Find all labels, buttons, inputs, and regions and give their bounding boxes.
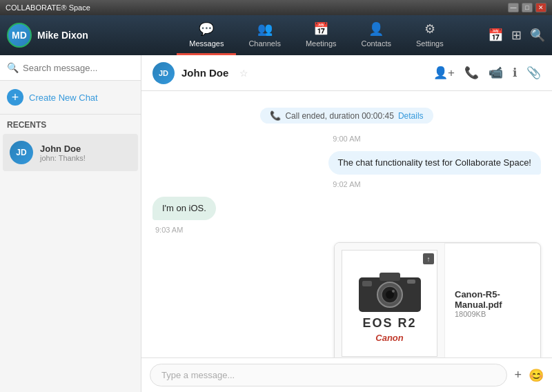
svg-rect-1 [379,273,400,281]
avatar: MD [7,23,32,48]
emoji-icon[interactable]: 😊 [529,368,544,383]
nav-logo-area: MD Mike Dixon [7,23,145,48]
message-bubble: The chat functionality test for Collabor… [328,151,541,175]
plus-icon: + [7,89,23,106]
call-ended-text: Call ended, duration 00:00:45 [285,111,393,121]
sidebar-item-john-doe[interactable]: JD John Doe john: Thanks! [3,134,138,171]
attachment-row: ↑ [152,242,541,357]
phone-icon[interactable]: 📞 [464,66,479,80]
tab-messages[interactable]: 💬 Messages [177,15,236,55]
nav-tabs: 💬 Messages 👥 Channels 📅 Meetings 👤 Conta… [145,15,488,55]
chat-header-name: John Doe [181,67,228,79]
chat-area: JD John Doe ☆ 👤+ 📞 📹 ℹ 📎 📞 Call ended, d… [141,55,552,392]
tab-messages-label: Messages [189,39,224,48]
info-icon[interactable]: ℹ [513,66,517,80]
nav-right-icons: 📅 ⊞ 🔍 [488,28,545,43]
search-box[interactable]: 🔍 [0,55,141,81]
settings-icon: ⚙ [424,21,435,37]
add-attachment-icon[interactable]: + [514,368,522,382]
tab-settings[interactable]: ⚙ Settings [404,15,456,55]
contacts-icon: 👤 [368,21,384,37]
app-title: COLLABORATE® Space [6,3,90,12]
tab-channels-label: Channels [248,39,280,48]
system-call-message: 📞 Call ended, duration 00:00:45 Details [152,108,541,124]
contact-preview: john: Thanks! [40,154,86,162]
call-icon: 📞 [270,110,281,121]
video-icon[interactable]: 📹 [489,66,503,80]
input-area: + 😊 [141,357,552,392]
messages-container: 📞 Call ended, duration 00:00:45 Details … [141,91,552,357]
maximize-button[interactable]: □ [522,3,533,12]
grid-icon[interactable]: ⊞ [511,28,522,43]
chat-header: JD John Doe ☆ 👤+ 📞 📹 ℹ 📎 [141,55,552,91]
messages-icon: 💬 [199,21,214,37]
message-row: The chat functionality test for Collabor… [152,151,541,175]
search-icon[interactable]: 🔍 [530,28,545,43]
camera-svg [355,264,424,319]
add-user-icon[interactable]: 👤+ [433,66,455,80]
tab-meetings[interactable]: 📅 Meetings [293,15,349,55]
create-new-chat-button[interactable]: + Create New Chat [0,81,141,115]
pdf-filename: Canon-R5-Manual.pdf [455,289,531,310]
tab-contacts[interactable]: 👤 Contacts [349,15,404,55]
minimize-button[interactable]: — [508,3,519,12]
svg-rect-7 [407,280,415,284]
main-layout: 🔍 + Create New Chat Recents JD John Doe … [0,55,552,392]
chat-header-left: JD John Doe ☆ [152,62,248,84]
chat-header-actions: 👤+ 📞 📹 ℹ 📎 [433,66,541,80]
message-input[interactable] [150,364,507,386]
close-button[interactable]: ✕ [535,3,546,12]
tab-channels[interactable]: 👥 Channels [236,15,293,55]
tab-contacts-label: Contacts [362,39,391,48]
message-row: I'm on iOS. [152,197,541,220]
svg-point-5 [392,290,395,293]
msg-time-2: 9:03 AM [152,226,541,234]
call-ended-bubble: 📞 Call ended, duration 00:00:45 Details [260,108,433,124]
contact-avatar: JD [10,141,33,164]
details-link[interactable]: Details [398,111,424,121]
title-bar: COLLABORATE® Space — □ ✕ [0,0,552,15]
call-time: 9:00 AM [152,135,541,143]
search-icon: 🔍 [7,62,19,73]
attachment-icon[interactable]: 📎 [526,66,541,80]
recents-label: Recents [0,115,141,133]
chat-header-avatar: JD [152,62,175,84]
tab-settings-label: Settings [416,39,444,48]
pdf-filesize: 18009KB [455,310,531,318]
search-input[interactable] [23,63,134,73]
msg-time-1: 9:02 AM [152,180,541,188]
message-bubble: I'm on iOS. [152,197,216,220]
pdf-attachment: ↑ [334,242,541,357]
contact-name: John Doe [40,144,86,154]
calendar-icon[interactable]: 📅 [488,28,503,43]
create-new-chat-label: Create New Chat [29,92,98,103]
contact-info: John Doe john: Thanks! [40,144,86,162]
meetings-icon: 📅 [313,21,328,37]
sidebar: 🔍 + Create New Chat Recents JD John Doe … [0,55,141,392]
tab-meetings-label: Meetings [306,39,337,48]
svg-rect-6 [362,281,372,286]
channels-icon: 👥 [257,21,273,37]
star-icon[interactable]: ☆ [239,68,248,79]
nav-bar: MD Mike Dixon 💬 Messages 👥 Channels 📅 Me… [0,15,552,55]
nav-username: Mike Dixon [37,30,88,41]
window-controls: — □ ✕ [508,3,546,12]
